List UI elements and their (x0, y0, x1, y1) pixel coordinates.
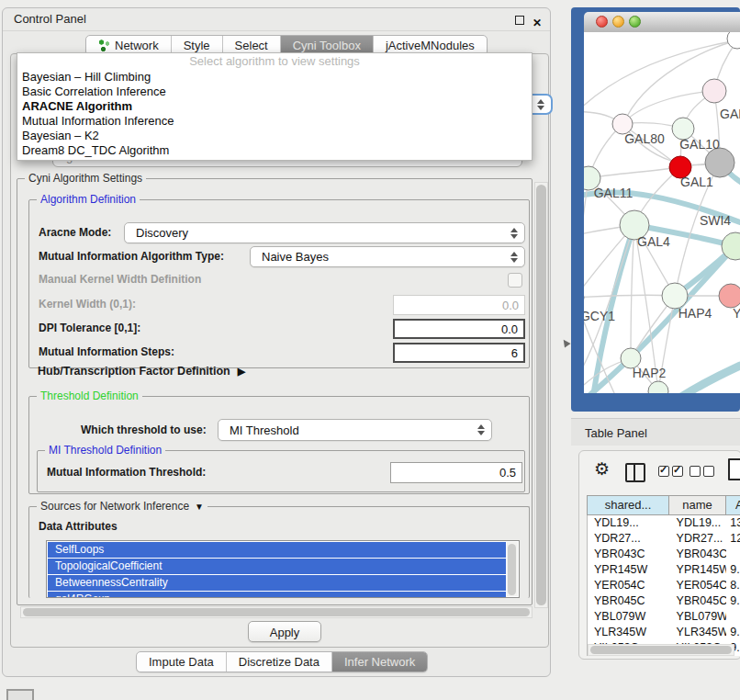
sources-group: Sources for Network Inference▼ Data Attr… (28, 506, 530, 598)
algorithm-option[interactable]: ARACNE Algorithm (17, 99, 532, 114)
mi-threshold-field[interactable] (390, 462, 522, 483)
node-label-gal11: GAL11 (594, 186, 633, 200)
table-cell: YPR145W (670, 562, 727, 578)
aracne-mode-select[interactable]: Discovery (124, 222, 525, 243)
table-row[interactable]: YLR345WYLR345W9. (588, 625, 740, 640)
attribute-item[interactable]: gal4RGexp (48, 592, 506, 598)
bottom-tab-discretize-data[interactable]: Discretize Data (227, 652, 332, 672)
network-node-gal[interactable] (702, 79, 726, 103)
table-cell: YBR043C (670, 547, 727, 562)
table-cell: 9. (726, 625, 740, 640)
algorithm-option[interactable]: Basic Correlation Inference (17, 85, 532, 99)
sources-group-title[interactable]: Sources for Network Inference▼ (37, 500, 207, 513)
tab-label: Network (115, 39, 159, 52)
minimized-panel-stub[interactable] (6, 689, 34, 700)
table-row[interactable]: YDR27...YDR27...12 (588, 531, 740, 547)
algorithm-option[interactable]: Bayesian – K2 (17, 129, 532, 143)
table-cell: YER054C (588, 578, 670, 593)
settings-horizontal-scrollbar[interactable] (20, 606, 533, 618)
attribute-item[interactable]: BetweennessCentrality (48, 575, 506, 591)
spinner-arrows-icon (510, 252, 518, 263)
network-node[interactable] (705, 148, 734, 177)
node-label-hap4: HAP4 (678, 306, 712, 321)
hub-section-label: Hub/Transcription Factor Definition (38, 365, 230, 378)
network-node-hap4[interactable] (662, 283, 688, 309)
table-panel-header: Table Panel (571, 418, 740, 446)
network-icon (98, 40, 110, 51)
bottom-tab-impute-data[interactable]: Impute Data (137, 652, 227, 672)
mi-steps-field[interactable] (393, 343, 525, 363)
tab-label: Style (184, 39, 210, 52)
mouse-cursor (560, 337, 570, 347)
mi-threshold-group-title: MI Threshold Definition (45, 444, 165, 457)
network-window-titlebar (584, 12, 740, 33)
close-icon[interactable]: ✕ (533, 12, 542, 34)
page-icon[interactable] (728, 458, 740, 480)
network-canvas[interactable]: GALGAL80GAL10GAL1GAL11GAL4SWI4HAP4YGCY1H… (584, 32, 740, 393)
node-label-gal80: GAL80 (624, 131, 665, 146)
deselect-all-icon[interactable] (690, 466, 714, 477)
minimize-traffic-light[interactable] (612, 16, 624, 28)
tab-label: jActiveMNodules (386, 39, 475, 52)
table-cell: YDL19... (588, 515, 670, 531)
mi-threshold-label: Mutual Information Threshold: (47, 462, 206, 483)
bottom-tab-infer-network[interactable]: Infer Network (332, 652, 427, 672)
spinner-arrows-icon (510, 228, 518, 239)
attributes-scrollbar[interactable] (507, 542, 518, 596)
control-panel-title: Control Panel (14, 12, 86, 26)
data-attributes-list[interactable]: SelfLoopsTopologicalCoefficientBetweenne… (46, 540, 520, 598)
table-cell: YLR345W (588, 625, 670, 640)
zoom-traffic-light[interactable] (629, 16, 641, 28)
attribute-item[interactable]: SelfLoops (48, 542, 506, 558)
column-header-shared-[interactable]: shared... (587, 495, 669, 515)
split-columns-icon[interactable] (625, 463, 645, 482)
aracne-mode-value: Discovery (136, 226, 188, 240)
table-row[interactable]: YPR145WYPR145W9. (588, 562, 740, 578)
network-graph: GALGAL80GAL10GAL1GAL11GAL4SWI4HAP4YGCY1H… (584, 32, 740, 393)
column-header-name[interactable]: name (669, 495, 726, 515)
algorithm-definition-title: Algorithm Definition (37, 193, 140, 206)
table-cell: YPR145W (588, 562, 670, 578)
algorithm-option[interactable]: Bayesian – Hill Climbing (17, 70, 532, 85)
apply-button[interactable]: Apply (248, 621, 321, 642)
threshold-definition-group: Threshold Definition Which threshold to … (28, 396, 530, 494)
table-row[interactable]: YBR045CYBR045C9. (588, 593, 740, 609)
kernel-width-field[interactable] (393, 295, 525, 315)
settings-vertical-scrollbar[interactable] (534, 182, 548, 608)
dpi-tolerance-field[interactable] (393, 319, 525, 339)
algorithm-dropdown-popup: Select algorithm to view settings Bayesi… (17, 52, 533, 161)
network-node-y[interactable] (719, 284, 740, 308)
hub-section-toggle[interactable]: Hub/Transcription Factor Definition▶ (38, 361, 245, 382)
column-header-a[interactable]: A (726, 495, 740, 515)
table-cell: YDR27... (588, 531, 670, 547)
table-cell: YDL19... (670, 515, 727, 531)
float-window-icon[interactable] (515, 16, 524, 25)
close-traffic-light[interactable] (596, 16, 608, 28)
table-cell: 12 (726, 531, 740, 547)
manual-kernel-checkbox[interactable] (508, 273, 522, 288)
cyni-algorithm-settings-title: Cyni Algorithm Settings (25, 172, 146, 185)
table-row[interactable]: YDL19...YDL19...13 (588, 515, 740, 531)
table-body: YDL19...YDL19...13YDR27...YDR27...12YBR0… (587, 515, 740, 656)
cp-bottom-tab-bar: Impute DataDiscretize DataInfer Network (136, 651, 428, 672)
table-horizontal-scrollbar[interactable] (588, 644, 734, 656)
which-threshold-label: Which threshold to use: (81, 420, 207, 441)
table-row[interactable]: YBR043CYBR043C (588, 547, 740, 562)
control-panel-titlebar: Control Panel ✕ (3, 8, 550, 31)
which-threshold-select[interactable]: MI Threshold (218, 419, 492, 441)
table-cell: YBR045C (670, 593, 727, 609)
table-row[interactable]: YBL079WYBL079W (588, 609, 740, 625)
node-label-gal1: GAL1 (680, 175, 713, 189)
network-node[interactable] (727, 32, 740, 49)
attribute-item[interactable]: TopologicalCoefficient (48, 559, 506, 574)
algorithm-option[interactable]: Mutual Information Inference (17, 114, 532, 129)
algorithm-option[interactable]: Dream8 DC_TDC Algorithm (17, 143, 532, 158)
mi-type-select[interactable]: Naive Bayes (250, 246, 525, 267)
node-label-gal4: GAL4 (637, 234, 670, 249)
data-attributes-label: Data Attributes (39, 516, 118, 537)
gear-icon[interactable]: ⚙ (594, 460, 610, 478)
select-all-icon[interactable] (658, 466, 683, 477)
table-cell (726, 609, 740, 625)
network-view-window: GALGAL80GAL10GAL1GAL11GAL4SWI4HAP4YGCY1H… (571, 7, 740, 412)
table-row[interactable]: YER054CYER054C8. (588, 578, 740, 593)
